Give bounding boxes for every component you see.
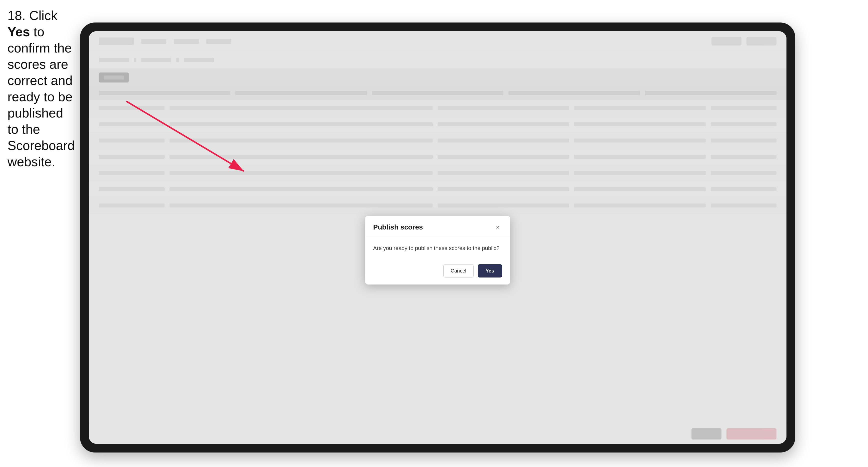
modal-header: Publish scores × bbox=[365, 216, 510, 237]
tablet-screen: Publish scores × Are you ready to publis… bbox=[89, 31, 786, 444]
publish-scores-modal: Publish scores × Are you ready to publis… bbox=[365, 216, 510, 284]
instruction-text: 18. Click Yes to confirm the scores are … bbox=[7, 7, 78, 170]
cancel-button[interactable]: Cancel bbox=[443, 264, 473, 278]
tablet-frame: Publish scores × Are you ready to publis… bbox=[80, 23, 795, 453]
yes-button[interactable]: Yes bbox=[478, 264, 502, 278]
modal-backdrop: Publish scores × Are you ready to publis… bbox=[89, 31, 786, 444]
modal-close-button[interactable]: × bbox=[493, 223, 502, 232]
modal-footer: Cancel Yes bbox=[365, 259, 510, 284]
modal-title: Publish scores bbox=[373, 223, 423, 231]
modal-message: Are you ready to publish these scores to… bbox=[373, 244, 502, 252]
modal-body: Are you ready to publish these scores to… bbox=[365, 237, 510, 259]
